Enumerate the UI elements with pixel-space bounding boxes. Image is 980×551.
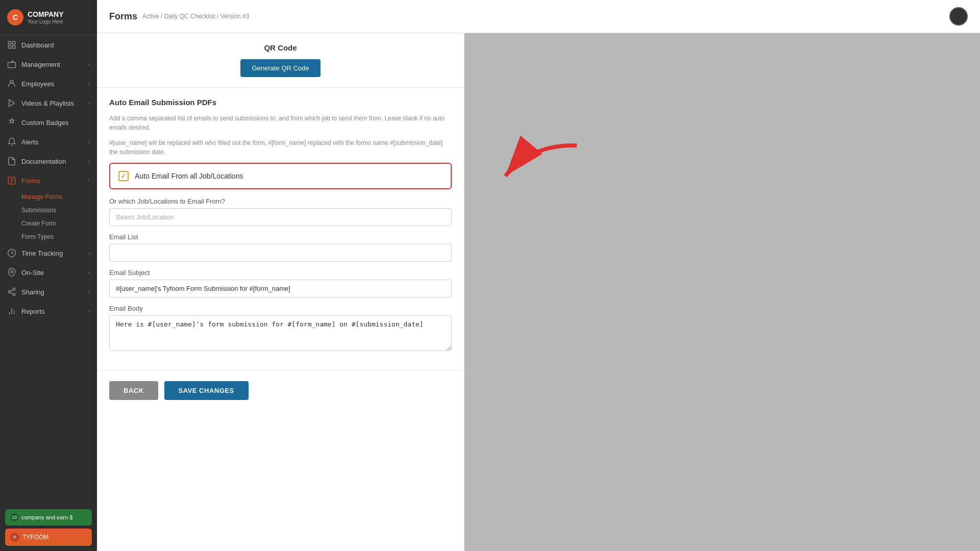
- refer-button[interactable]: 10 company and earn $: [5, 509, 92, 525]
- auto-email-title: Auto Email Submission PDFs: [109, 98, 452, 107]
- forms-chevron: ˅: [87, 178, 90, 184]
- sidebar-item-videos[interactable]: Videos & Playlists ›: [0, 93, 97, 113]
- auto-email-checkbox[interactable]: ✓: [118, 171, 129, 181]
- email-subject-input[interactable]: [109, 280, 452, 297]
- sidebar-item-videos-label: Videos & Playlists: [21, 99, 74, 107]
- alerts-chevron: ›: [88, 139, 90, 145]
- sidebar-item-management[interactable]: Management ›: [0, 55, 97, 74]
- sidebar-item-management-label: Management: [21, 61, 60, 68]
- svg-marker-6: [9, 99, 15, 107]
- email-subject-label: Email Subject: [109, 269, 452, 277]
- refer-btn-label: company and earn $: [21, 514, 72, 520]
- chart-icon: [7, 307, 16, 316]
- svg-point-13: [13, 288, 15, 291]
- documentation-chevron: ›: [88, 159, 90, 164]
- sidebar-item-alerts[interactable]: Alerts ›: [0, 132, 97, 152]
- email-subject-group: Email Subject: [109, 269, 452, 297]
- sharing-chevron: ›: [88, 289, 90, 295]
- sidebar-item-reports-label: Reports: [21, 308, 45, 315]
- email-list-input[interactable]: [109, 244, 452, 262]
- logo-sub: Your Logo Here: [28, 19, 64, 24]
- sidebar-sub-submissions[interactable]: Submissions: [21, 204, 97, 217]
- sidebar-item-sharing[interactable]: Sharing ›: [0, 282, 97, 302]
- tyfoom-button[interactable]: ⟳ TYFOOM: [5, 529, 92, 546]
- qr-code-section: QR Code Generate QR Code: [97, 33, 464, 88]
- header-left: Forms Active / Daily QC Checklist / Vers…: [109, 11, 249, 22]
- page-title: Forms: [109, 11, 137, 22]
- sidebar-item-employees-label: Employees: [21, 80, 54, 88]
- qr-code-title: QR Code: [264, 43, 297, 52]
- sidebar-item-on-site-label: On-Site: [21, 269, 44, 277]
- sidebar-item-documentation-label: Documentation: [21, 158, 66, 165]
- job-location-input[interactable]: [109, 208, 452, 226]
- back-button[interactable]: BACK: [109, 381, 158, 400]
- auto-email-desc2: #[user_name] will be replaced with who f…: [109, 138, 452, 157]
- sidebar-item-on-site[interactable]: On-Site ›: [0, 263, 97, 282]
- form-button-row: BACK SAVE CHANGES: [97, 371, 464, 410]
- email-list-group: Email List: [109, 233, 452, 262]
- save-button[interactable]: SAVE CHANGES: [164, 381, 249, 400]
- sidebar-item-dashboard[interactable]: Dashboard: [0, 35, 97, 55]
- user-avatar[interactable]: [949, 7, 968, 26]
- generate-qr-button[interactable]: Generate QR Code: [240, 59, 320, 77]
- auto-email-section: Auto Email Submission PDFs Add a comma s…: [97, 88, 464, 371]
- right-area: [464, 33, 980, 551]
- person-icon: [7, 79, 16, 88]
- breadcrumb: Active / Daily QC Checklist / Version #3: [142, 13, 249, 20]
- auto-email-checkbox-row[interactable]: ✓ Auto Email From all Job/Locations: [109, 163, 452, 189]
- sidebar-item-time-tracking-label: Time Tracking: [21, 249, 63, 257]
- clock-icon: [7, 248, 16, 258]
- sidebar-bottom: 10 company and earn $ ⟳ TYFOOM: [0, 504, 97, 551]
- on-site-chevron: ›: [88, 270, 90, 276]
- annotation-arrow-svg: [480, 135, 582, 217]
- sidebar-item-dashboard-label: Dashboard: [21, 41, 54, 49]
- logo-text: COMPANY: [28, 10, 64, 19]
- sidebar-item-reports[interactable]: Reports ›: [0, 302, 97, 321]
- svg-point-15: [13, 293, 15, 296]
- bell-icon: [7, 137, 16, 146]
- sidebar-item-documentation[interactable]: Documentation ›: [0, 152, 97, 171]
- videos-chevron: ›: [88, 101, 90, 106]
- tyfoom-logo-circle: ⟳: [10, 533, 19, 542]
- sidebar-sub-create-form[interactable]: Create Form: [21, 217, 97, 230]
- sidebar-item-time-tracking[interactable]: Time Tracking ›: [0, 243, 97, 263]
- sidebar-item-custom-badges[interactable]: Custom Badges: [0, 113, 97, 132]
- briefcase-icon: [7, 60, 16, 69]
- header: Forms Active / Daily QC Checklist / Vers…: [97, 0, 980, 33]
- svg-rect-3: [13, 46, 15, 48]
- checkbox-check-icon: ✓: [120, 172, 127, 180]
- location-icon: [7, 268, 16, 277]
- svg-rect-2: [8, 46, 11, 48]
- sidebar-item-forms[interactable]: Forms ˅: [0, 171, 97, 190]
- svg-rect-0: [8, 41, 11, 44]
- svg-rect-1: [13, 41, 15, 44]
- svg-rect-4: [8, 62, 16, 68]
- badge-icon: [7, 118, 16, 127]
- tyfoom-btn-label: TYFOOM: [22, 534, 48, 541]
- svg-line-16: [10, 292, 13, 294]
- sidebar-item-alerts-label: Alerts: [21, 138, 38, 146]
- sidebar-item-custom-badges-label: Custom Badges: [21, 119, 69, 127]
- sidebar-sub-form-types[interactable]: Form Types: [21, 230, 97, 243]
- auto-email-checkbox-label: Auto Email From all Job/Locations: [135, 172, 243, 180]
- form-panel: QR Code Generate QR Code Auto Email Subm…: [97, 33, 464, 551]
- content-area: QR Code Generate QR Code Auto Email Subm…: [97, 33, 980, 551]
- logo-icon: C: [7, 9, 23, 26]
- sidebar-sub-manage-forms[interactable]: Manage Forms: [21, 190, 97, 204]
- main-content: Forms Active / Daily QC Checklist / Vers…: [97, 0, 980, 551]
- reports-chevron: ›: [88, 309, 90, 314]
- form-icon: [7, 176, 16, 185]
- email-body-group: Email Body Here is #[user_name]'s form s…: [109, 305, 452, 353]
- auto-email-desc1: Add a comma separated list of emails to …: [109, 114, 452, 132]
- employees-chevron: ›: [88, 81, 90, 87]
- play-icon: [7, 98, 16, 108]
- job-location-label: Or which Job/Locations to Email From?: [109, 197, 452, 205]
- svg-point-12: [11, 270, 13, 273]
- sidebar-item-sharing-label: Sharing: [21, 288, 44, 296]
- sidebar-item-forms-label: Forms: [21, 177, 40, 185]
- sidebar-logo: C COMPANY Your Logo Here: [0, 0, 97, 35]
- sidebar: C COMPANY Your Logo Here Dashboard Manag…: [0, 0, 97, 551]
- email-list-label: Email List: [109, 233, 452, 241]
- sidebar-item-employees[interactable]: Employees ›: [0, 74, 97, 93]
- email-body-textarea[interactable]: Here is #[user_name]'s form submission f…: [109, 315, 452, 351]
